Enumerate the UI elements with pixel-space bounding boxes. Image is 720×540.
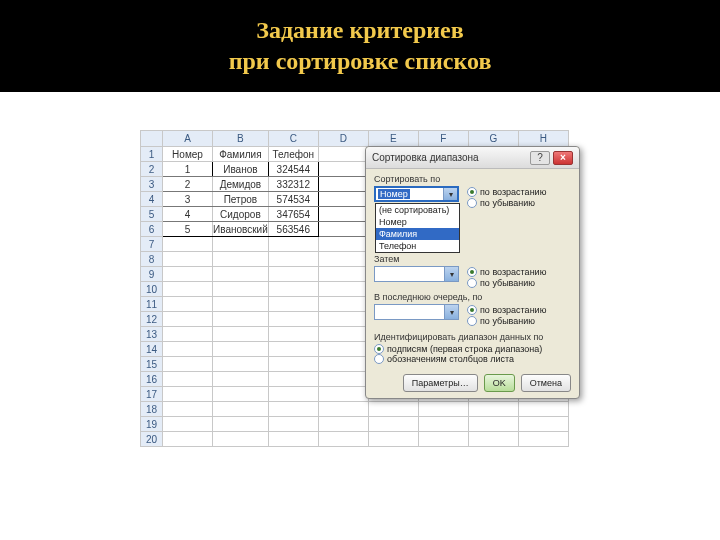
row-header[interactable]: 18 <box>141 402 163 417</box>
cell[interactable] <box>213 267 269 282</box>
cell[interactable] <box>318 357 368 372</box>
ok-button[interactable]: OK <box>484 374 515 392</box>
cell[interactable] <box>213 432 269 447</box>
cell[interactable] <box>268 297 318 312</box>
cell[interactable] <box>318 207 368 222</box>
cell[interactable] <box>213 342 269 357</box>
cell[interactable] <box>163 387 213 402</box>
select-all-corner[interactable] <box>141 131 163 147</box>
dropdown-option[interactable]: Телефон <box>376 240 459 252</box>
cell[interactable] <box>268 357 318 372</box>
cell[interactable]: 574534 <box>268 192 318 207</box>
cell[interactable]: Ивановский <box>213 222 269 237</box>
cell[interactable]: Иванов <box>213 162 269 177</box>
dropdown-option[interactable]: Фамилия <box>376 228 459 240</box>
then-by-combo[interactable]: ▾ <box>374 266 459 282</box>
row-header[interactable]: 5 <box>141 207 163 222</box>
row-header[interactable]: 20 <box>141 432 163 447</box>
cell[interactable] <box>518 432 568 447</box>
cell[interactable] <box>418 432 468 447</box>
cell[interactable] <box>318 312 368 327</box>
cell[interactable] <box>368 402 418 417</box>
cell[interactable]: Телефон <box>268 147 318 162</box>
radio-identify-headers[interactable]: подписям (первая строка диапазона) <box>374 344 571 354</box>
cell[interactable] <box>318 372 368 387</box>
chevron-down-icon[interactable]: ▾ <box>444 267 458 281</box>
cell[interactable] <box>268 312 318 327</box>
cell[interactable] <box>213 252 269 267</box>
sort-by-dropdown[interactable]: (не сортировать) Номер Фамилия Телефон <box>375 203 460 253</box>
cell[interactable] <box>213 327 269 342</box>
radio-asc-2[interactable]: по возрастанию <box>467 267 546 277</box>
cell[interactable] <box>268 417 318 432</box>
cell[interactable]: 563546 <box>268 222 318 237</box>
row-header[interactable]: 10 <box>141 282 163 297</box>
chevron-down-icon[interactable]: ▾ <box>444 305 458 319</box>
cell[interactable] <box>518 402 568 417</box>
cell[interactable]: Номер <box>163 147 213 162</box>
cell[interactable] <box>163 432 213 447</box>
cell[interactable] <box>318 237 368 252</box>
cell[interactable] <box>213 417 269 432</box>
cell[interactable] <box>318 282 368 297</box>
cell[interactable] <box>213 402 269 417</box>
radio-asc-3[interactable]: по возрастанию <box>467 305 546 315</box>
cell[interactable] <box>318 147 368 162</box>
radio-desc-2[interactable]: по убыванию <box>467 278 546 288</box>
cell[interactable] <box>163 282 213 297</box>
cell[interactable] <box>213 357 269 372</box>
row-header[interactable]: 15 <box>141 357 163 372</box>
cell[interactable]: 5 <box>163 222 213 237</box>
params-button[interactable]: Параметры… <box>403 374 478 392</box>
cell[interactable] <box>163 312 213 327</box>
cell[interactable]: Сидоров <box>213 207 269 222</box>
cell[interactable] <box>268 342 318 357</box>
cell[interactable] <box>163 357 213 372</box>
cell[interactable] <box>268 282 318 297</box>
row-header[interactable]: 13 <box>141 327 163 342</box>
cell[interactable] <box>318 267 368 282</box>
row-header[interactable]: 9 <box>141 267 163 282</box>
dropdown-option[interactable]: Номер <box>376 216 459 228</box>
cell[interactable] <box>318 162 368 177</box>
cell[interactable] <box>518 417 568 432</box>
radio-desc-3[interactable]: по убыванию <box>467 316 546 326</box>
row-header[interactable]: 17 <box>141 387 163 402</box>
cell[interactable]: 347654 <box>268 207 318 222</box>
cell[interactable] <box>163 327 213 342</box>
radio-desc-1[interactable]: по убыванию <box>467 198 546 208</box>
cell[interactable] <box>468 417 518 432</box>
cell[interactable] <box>213 237 269 252</box>
cell[interactable]: 324544 <box>268 162 318 177</box>
cell[interactable] <box>213 282 269 297</box>
cell[interactable] <box>268 267 318 282</box>
cell[interactable]: 2 <box>163 177 213 192</box>
cell[interactable] <box>213 312 269 327</box>
cell[interactable]: 332312 <box>268 177 318 192</box>
table-row[interactable]: 18 <box>141 402 569 417</box>
cell[interactable] <box>268 252 318 267</box>
col-header[interactable]: F <box>418 131 468 147</box>
dialog-titlebar[interactable]: Сортировка диапазона ? × <box>366 147 579 169</box>
cell[interactable] <box>318 387 368 402</box>
cell[interactable] <box>318 297 368 312</box>
col-header[interactable]: E <box>368 131 418 147</box>
table-row[interactable]: 19 <box>141 417 569 432</box>
help-icon[interactable]: ? <box>530 151 550 165</box>
cell[interactable]: 1 <box>163 162 213 177</box>
last-by-combo[interactable]: ▾ <box>374 304 459 320</box>
row-header[interactable]: 6 <box>141 222 163 237</box>
col-header[interactable]: B <box>213 131 269 147</box>
radio-identify-columns[interactable]: обозначениям столбцов листа <box>374 354 571 364</box>
row-header[interactable]: 11 <box>141 297 163 312</box>
cell[interactable] <box>468 402 518 417</box>
cell[interactable] <box>318 327 368 342</box>
radio-asc-1[interactable]: по возрастанию <box>467 187 546 197</box>
cell[interactable] <box>318 402 368 417</box>
cell[interactable]: Демидов <box>213 177 269 192</box>
cell[interactable] <box>368 417 418 432</box>
row-header[interactable]: 16 <box>141 372 163 387</box>
cell[interactable] <box>318 222 368 237</box>
cell[interactable] <box>268 237 318 252</box>
col-header[interactable]: G <box>468 131 518 147</box>
